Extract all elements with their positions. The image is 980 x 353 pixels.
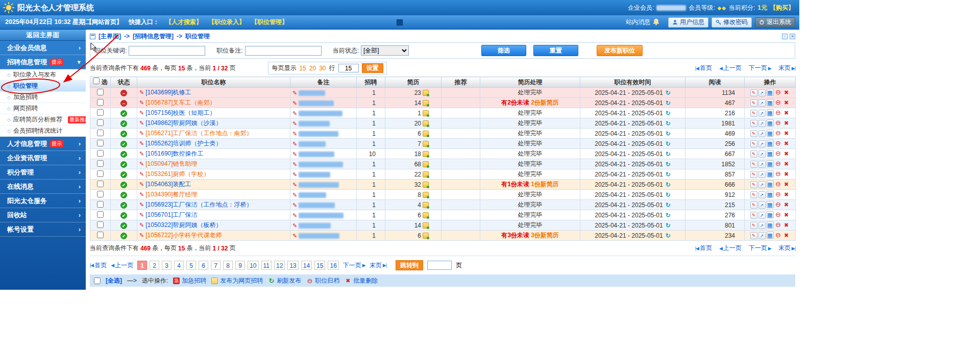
op-preview-icon[interactable]: ↗	[758, 181, 766, 188]
status-select[interactable]: [全部]	[361, 45, 409, 56]
edit-position-icon[interactable]: ✎	[139, 171, 144, 177]
op-archive-icon[interactable]: ⊖	[775, 211, 782, 218]
per-page-option-30[interactable]: 30	[319, 65, 326, 72]
page-number[interactable]: 3	[162, 261, 172, 270]
op-archive-icon[interactable]: ⊖	[775, 201, 782, 208]
position-link[interactable]: [1055262]培训师（护士类）	[145, 140, 222, 147]
refresh-validity-icon[interactable]: ↻	[666, 181, 671, 188]
op-detail-icon[interactable]: ▦	[767, 232, 774, 239]
last-page-link[interactable]: 末页▶|	[370, 261, 386, 270]
row-checkbox[interactable]	[97, 130, 104, 136]
op-detail-icon[interactable]: ▦	[767, 109, 774, 116]
set-button[interactable]: 设置	[362, 63, 383, 73]
op-preview-icon[interactable]: ↗	[758, 120, 766, 127]
quick-link-position-mgmt[interactable]: 【职位管理】	[251, 18, 288, 27]
row-checkbox[interactable]	[97, 181, 104, 187]
resume-icon[interactable]	[423, 151, 429, 157]
resume-icon[interactable]	[423, 171, 429, 178]
edit-position-icon[interactable]: ✎	[139, 130, 144, 136]
prev-page-link[interactable]: ◀上一页	[719, 64, 742, 72]
resume-icon[interactable]	[423, 141, 429, 147]
refresh-validity-icon[interactable]: ↻	[666, 99, 671, 107]
per-page-input[interactable]	[338, 64, 359, 72]
edit-note-icon[interactable]: ✎	[292, 212, 297, 218]
page-number[interactable]: 16	[328, 261, 338, 270]
op-edit-icon[interactable]: ✎	[750, 161, 757, 168]
edit-note-icon[interactable]: ✎	[292, 151, 297, 157]
edit-note-icon[interactable]: ✎	[292, 100, 297, 106]
sidebar-item-recruit-info-mgmt[interactable]: 招聘信息管理 提示 ▾	[0, 55, 86, 69]
row-checkbox[interactable]	[97, 221, 104, 228]
select-all-link[interactable]: [全选]	[106, 276, 122, 285]
position-link[interactable]: [1050947]销售助理	[145, 160, 197, 167]
row-checkbox[interactable]	[97, 170, 104, 177]
op-delete-icon[interactable]: ✖	[783, 201, 790, 208]
edit-note-icon[interactable]: ✎	[292, 233, 297, 239]
op-detail-icon[interactable]: ▦	[767, 181, 774, 188]
next-page-link[interactable]: 下一页▶	[343, 261, 365, 270]
row-checkbox[interactable]	[97, 201, 104, 208]
jump-button[interactable]: 跳转到	[396, 260, 423, 270]
op-edit-icon[interactable]: ✎	[750, 201, 757, 209]
resume-icon[interactable]	[423, 182, 429, 188]
position-link[interactable]: [1057156]校医（短期工）	[145, 109, 215, 116]
op-detail-icon[interactable]: ▦	[767, 119, 774, 127]
resume-icon[interactable]	[423, 100, 429, 106]
op-delete-icon[interactable]: ✖	[783, 191, 790, 198]
op-detail-icon[interactable]: ▦	[767, 170, 774, 178]
op-detail-icon[interactable]: ▦	[767, 130, 774, 137]
op-preview-icon[interactable]: ↗	[758, 222, 766, 229]
op-edit-icon[interactable]: ✎	[750, 110, 757, 117]
page-number[interactable]: 4	[174, 261, 184, 270]
op-delete-icon[interactable]: ✖	[783, 181, 790, 188]
quick-link-talent-search[interactable]: 【人才搜索】	[165, 18, 202, 27]
submenu-item-position-entry[interactable]: ◇ 职位录入与发布	[0, 69, 86, 81]
position-link[interactable]: [1056722]小学科学代课老师	[145, 232, 222, 239]
restore-icon[interactable]: ▫	[782, 34, 788, 39]
op-edit-icon[interactable]: ✎	[750, 89, 757, 96]
reset-button[interactable]: 重置	[533, 45, 578, 56]
position-link[interactable]: [1054063]装配工	[145, 181, 191, 188]
op-preview-icon[interactable]: ↗	[758, 201, 766, 209]
row-checkbox[interactable]	[97, 211, 104, 218]
edit-note-icon[interactable]: ✎	[292, 182, 297, 188]
buy-points-link[interactable]: 【购买】	[770, 4, 794, 12]
resume-icon[interactable]	[423, 222, 429, 229]
user-info-button[interactable]: 用户信息	[668, 17, 708, 28]
site-messages-link[interactable]: 站内消息	[626, 18, 660, 27]
sidebar-item-member-info[interactable]: 企业会员信息 ›	[0, 41, 86, 55]
submenu-item-resume-analysis[interactable]: ◇ 应聘简历分析推荐 最新推出	[0, 114, 86, 125]
page-number[interactable]: 10	[248, 261, 258, 270]
op-delete-icon[interactable]: ✖	[783, 130, 790, 137]
op-archive-icon[interactable]: ⊖	[775, 140, 782, 147]
row-checkbox[interactable]	[97, 140, 104, 146]
op-delete-icon[interactable]: ✖	[783, 89, 790, 96]
page-number[interactable]: 12	[274, 261, 285, 270]
refresh-validity-icon[interactable]: ↻	[666, 171, 671, 178]
edit-position-icon[interactable]: ✎	[139, 201, 144, 208]
op-delete-icon[interactable]: ✖	[783, 160, 790, 167]
op-delete-icon[interactable]: ✖	[783, 170, 790, 178]
last-page-link[interactable]: 末页▶|	[778, 64, 795, 72]
op-delete-icon[interactable]: ✖	[783, 140, 790, 147]
edit-position-icon[interactable]: ✎	[139, 140, 144, 146]
sidebar-item-company-news-mgmt[interactable]: 企业资讯管理 ›	[0, 151, 86, 165]
position-link[interactable]: [1056701]工厂保洁	[145, 211, 197, 218]
edit-position-icon[interactable]: ✎	[139, 150, 144, 157]
op-delete-icon[interactable]: ✖	[783, 232, 790, 239]
batch-web-publish-link[interactable]: 发布为网页招聘	[211, 276, 263, 285]
batch-delete-link[interactable]: ✖ 批量删除	[345, 276, 378, 285]
op-edit-icon[interactable]: ✎	[750, 181, 757, 188]
position-link[interactable]: [1051690]数控操作工	[145, 150, 203, 157]
resume-icon[interactable]	[423, 120, 429, 127]
batch-urgent-recruit-link[interactable]: 急 加急招聘	[173, 276, 206, 285]
edit-note-icon[interactable]: ✎	[292, 110, 297, 116]
edit-note-icon[interactable]: ✎	[292, 202, 297, 208]
last-page-link[interactable]: 末页▶|	[778, 244, 795, 253]
refresh-validity-icon[interactable]: ↻	[666, 150, 671, 158]
prev-page-link[interactable]: ◀上一页	[719, 244, 742, 253]
op-archive-icon[interactable]: ⊖	[775, 191, 782, 198]
row-checkbox[interactable]	[97, 160, 104, 167]
first-page-link[interactable]: |◀首页	[695, 244, 712, 253]
batch-refresh-publish-link[interactable]: ↻ 刷新发布	[268, 276, 301, 285]
